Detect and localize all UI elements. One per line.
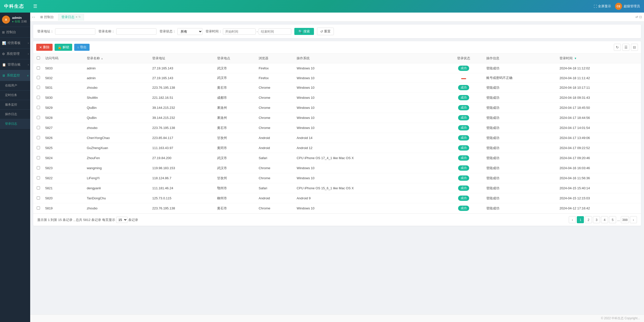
row-select-checkbox[interactable] xyxy=(37,126,40,129)
row-id: 5823 xyxy=(43,163,85,173)
page-prev-button[interactable]: ‹ xyxy=(569,216,576,223)
row-select-checkbox[interactable] xyxy=(37,186,40,190)
row-login-addr: 223.85.84.117 xyxy=(150,133,215,143)
time-end-input[interactable] xyxy=(259,28,291,35)
status-badge: 成功 xyxy=(458,145,469,151)
expand-icon[interactable]: ⇄ xyxy=(635,15,638,19)
header-login-time[interactable]: 登录时间 ▼ xyxy=(557,54,641,63)
table-row: 5829 QiuBin 39.144.215.232 果洛州 Chrome Wi… xyxy=(33,103,641,113)
row-select-checkbox[interactable] xyxy=(37,176,40,179)
fullscreen-button[interactable]: ⛶ 全屏显示 xyxy=(594,4,611,9)
table-row: 5821 dengyanli 111.181.46.24 鄂州市 Safari … xyxy=(33,183,641,193)
row-status: 成功 xyxy=(443,133,484,143)
tab-nav-right-icon[interactable]: › xyxy=(34,15,35,19)
density-button[interactable]: ⊟ xyxy=(631,44,638,51)
login-name-field: 登录名称： xyxy=(98,28,156,35)
row-select-checkbox[interactable] xyxy=(37,136,40,139)
row-username: TanDongChu xyxy=(85,193,150,203)
login-status-select[interactable]: 所有 成功 失败 xyxy=(177,28,203,35)
row-checkbox xyxy=(33,103,43,113)
sidebar-submenu-online-users[interactable]: 在线用户 xyxy=(0,81,30,90)
refresh-icon[interactable]: ↻ xyxy=(78,15,81,19)
reset-button[interactable]: ↺ 重置 xyxy=(317,28,334,35)
row-select-checkbox[interactable] xyxy=(37,116,40,119)
time-start-input[interactable] xyxy=(223,28,256,35)
settings-icon: ⚙ xyxy=(2,52,5,56)
row-username: LiFengYi xyxy=(85,173,150,183)
row-id: 5831 xyxy=(43,83,85,93)
row-checkbox xyxy=(33,193,43,203)
header-username: 登录名称 ▲ xyxy=(85,54,150,63)
row-login-addr: 39.144.215.232 xyxy=(150,113,215,123)
status-badge: 成功 xyxy=(458,115,469,120)
row-checkbox xyxy=(33,113,43,123)
sidebar-submenu-operation-log[interactable]: 操作日志 xyxy=(0,110,30,119)
row-browser: Chrome xyxy=(257,103,295,113)
column-settings-button[interactable]: ☰ xyxy=(622,44,629,51)
export-icon: ↑ xyxy=(77,45,79,49)
tab-login-log[interactable]: 登录日志 ✕ ↻ xyxy=(58,14,84,21)
search-button[interactable]: 🔍 搜索 xyxy=(294,28,314,35)
copyright-text: © 2022 中科生态 Copyright... xyxy=(601,316,640,320)
tab-nav-left-icon[interactable]: ‹ xyxy=(32,15,33,19)
page-last-button[interactable]: 388 xyxy=(621,216,629,223)
row-username: zhoubo xyxy=(85,123,150,133)
login-addr-input[interactable] xyxy=(55,28,95,35)
sort-asc-icon[interactable]: ▲ xyxy=(101,57,103,60)
row-login-time: 2024-04-15 15:40:14 xyxy=(557,183,641,193)
sidebar-submenu-login-log[interactable]: 登录日志 xyxy=(0,119,30,129)
row-select-checkbox[interactable] xyxy=(37,196,40,200)
sidebar-submenu-scheduled-tasks[interactable]: 定时任务 xyxy=(0,90,30,100)
row-select-checkbox[interactable] xyxy=(37,106,40,109)
row-login-time: 2024-04-17 13:49:06 xyxy=(557,133,641,143)
sidebar-item-sysmonitor[interactable]: 🖥 系统监控 ∨ xyxy=(0,70,30,81)
row-login-time: 2024-04-17 09:20:46 xyxy=(557,153,641,163)
delete-button[interactable]: ✕ 删除 xyxy=(36,44,53,51)
row-select-checkbox[interactable] xyxy=(37,166,40,169)
sidebar-item-label: 管理台账 xyxy=(8,62,21,67)
sidebar-logout-link[interactable]: 注销 xyxy=(21,20,27,23)
login-name-input[interactable] xyxy=(116,28,156,35)
export-button[interactable]: ↑ 导出 xyxy=(74,44,90,51)
restore-icon[interactable]: ⊡ xyxy=(639,15,642,19)
user-info-button[interactable]: CE 超级管理员 xyxy=(615,3,640,10)
row-select-checkbox[interactable] xyxy=(37,86,40,89)
tab-close-icon[interactable]: ✕ xyxy=(75,16,77,18)
page-next-button[interactable]: › xyxy=(630,216,637,223)
tab-dashboard[interactable]: ⊞ 控制台 xyxy=(37,14,57,21)
page-size-select[interactable]: 15 20 50 xyxy=(116,217,128,223)
time-range-separator: - xyxy=(257,30,258,33)
header-os: 操作系统 xyxy=(295,54,443,63)
table-row: 5819 zhoubo 223.76.195.138 黄石市 Chrome Wi… xyxy=(33,203,641,213)
row-login-time: 2024-04-17 18:44:56 xyxy=(557,113,641,123)
sidebar-submenu-service-monitor[interactable]: 服务监控 xyxy=(0,100,30,110)
row-select-checkbox[interactable] xyxy=(37,66,40,70)
row-login-location: 甘孜州 xyxy=(215,133,257,143)
row-select-checkbox[interactable] xyxy=(37,206,40,210)
row-select-checkbox[interactable] xyxy=(37,96,40,99)
page-2-button[interactable]: 2 xyxy=(585,216,592,223)
row-operation: 登陆成功 xyxy=(484,103,557,113)
page-4-button[interactable]: 4 xyxy=(601,216,608,223)
row-select-checkbox[interactable] xyxy=(37,76,40,79)
sidebar-item-dashboard[interactable]: ⊞ 控制台 xyxy=(0,27,30,38)
hamburger-icon[interactable]: ☰ xyxy=(33,4,37,9)
table-row: 5820 TanDongChu 125.73.0.115 柳州市 Android… xyxy=(33,193,641,203)
row-login-location: 黄冈市 xyxy=(215,143,257,153)
unlock-button[interactable]: 🔓 解锁 xyxy=(55,44,72,51)
page-5-button[interactable]: 5 xyxy=(609,216,616,223)
row-status: 成功 xyxy=(443,63,484,73)
sidebar-item-ledger[interactable]: 📋 管理台账 › xyxy=(0,59,30,70)
select-all-checkbox[interactable] xyxy=(37,56,40,60)
sidebar-item-analytics[interactable]: 📊 经营看板 › xyxy=(0,38,30,49)
refresh-table-button[interactable]: ↻ xyxy=(614,44,621,51)
row-select-checkbox[interactable] xyxy=(37,146,40,149)
chevron-right-icon: › xyxy=(28,63,29,66)
row-select-checkbox[interactable] xyxy=(37,156,40,159)
row-checkbox xyxy=(33,133,43,143)
sidebar-item-sysmanage[interactable]: ⚙ 系统管理 › xyxy=(0,49,30,59)
page-3-button[interactable]: 3 xyxy=(593,216,600,223)
row-status: 成功 xyxy=(443,193,484,203)
page-1-button[interactable]: 1 xyxy=(577,216,584,223)
table-row: 5825 GuZhengXuan 111.163.43.97 黄冈市 Andro… xyxy=(33,143,641,153)
